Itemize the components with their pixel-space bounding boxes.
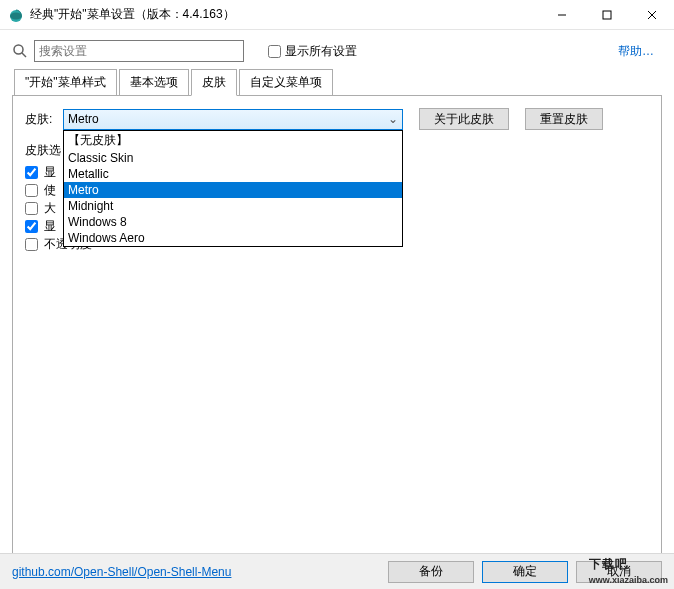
skin-row: 皮肤: Metro ⌄ 关于此皮肤 重置皮肤: [25, 108, 649, 130]
skin-option[interactable]: Windows 8: [64, 214, 402, 230]
bottom-bar: github.com/Open-Shell/Open-Shell-Menu 备份…: [0, 553, 674, 589]
skin-option[interactable]: 【无皮肤】: [64, 131, 402, 150]
backup-button[interactable]: 备份: [388, 561, 474, 583]
skin-option[interactable]: Metallic: [64, 166, 402, 182]
skin-label: 皮肤:: [25, 111, 63, 128]
search-icon: [12, 43, 28, 59]
skin-dropdown[interactable]: Metro ⌄: [63, 109, 403, 130]
reset-skin-button[interactable]: 重置皮肤: [525, 108, 603, 130]
tab-bar: "开始"菜单样式 基本选项 皮肤 自定义菜单项: [0, 68, 674, 95]
svg-rect-3: [603, 11, 611, 19]
app-icon: [8, 7, 24, 23]
cancel-button[interactable]: 取消: [576, 561, 662, 583]
search-input[interactable]: [34, 40, 244, 62]
show-all-checkbox[interactable]: 显示所有设置: [268, 43, 357, 60]
show-all-label: 显示所有设置: [285, 43, 357, 60]
tab-content: 皮肤: Metro ⌄ 关于此皮肤 重置皮肤 皮肤选 显 使 大 显 不透明度 …: [12, 95, 662, 565]
close-button[interactable]: [629, 0, 674, 30]
svg-line-7: [22, 53, 26, 57]
skin-option[interactable]: Classic Skin: [64, 150, 402, 166]
toolbar: 显示所有设置 帮助…: [0, 30, 674, 68]
tab-style[interactable]: "开始"菜单样式: [14, 69, 117, 96]
show-all-checkbox-input[interactable]: [268, 45, 281, 58]
skin-option[interactable]: Metro: [64, 182, 402, 198]
skin-option[interactable]: Windows Aero: [64, 230, 402, 246]
svg-point-6: [14, 45, 23, 54]
tab-skin[interactable]: 皮肤: [191, 69, 237, 96]
help-link[interactable]: 帮助…: [618, 43, 654, 60]
minimize-button[interactable]: [539, 0, 584, 30]
maximize-button[interactable]: [584, 0, 629, 30]
tab-custom[interactable]: 自定义菜单项: [239, 69, 333, 96]
skin-dropdown-list[interactable]: 【无皮肤】 Classic Skin Metallic Metro Midnig…: [63, 130, 403, 247]
skin-option[interactable]: Midnight: [64, 198, 402, 214]
github-link[interactable]: github.com/Open-Shell/Open-Shell-Menu: [12, 565, 231, 579]
skin-dropdown-value: Metro: [68, 112, 99, 126]
ok-button[interactable]: 确定: [482, 561, 568, 583]
titlebar: 经典"开始"菜单设置（版本：4.4.163）: [0, 0, 674, 30]
tab-basic[interactable]: 基本选项: [119, 69, 189, 96]
window-title: 经典"开始"菜单设置（版本：4.4.163）: [30, 6, 539, 23]
svg-point-1: [10, 12, 22, 19]
about-skin-button[interactable]: 关于此皮肤: [419, 108, 509, 130]
chevron-down-icon: ⌄: [384, 112, 402, 126]
